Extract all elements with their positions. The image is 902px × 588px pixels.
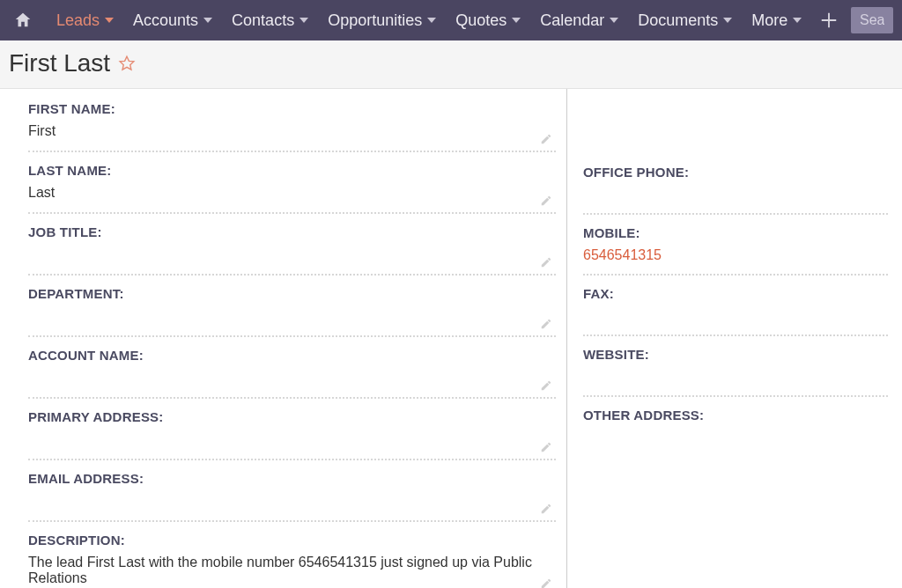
field-label: WEBSITE: [583, 347, 888, 362]
nav-item-documents[interactable]: Documents [638, 11, 732, 30]
chevron-down-icon [105, 18, 114, 23]
chevron-down-icon [512, 18, 521, 23]
pencil-icon[interactable] [540, 503, 552, 515]
nav-label: Contacts [232, 11, 294, 30]
field-primary-address: PRIMARY ADDRESS: [28, 409, 556, 460]
nav-item-leads[interactable]: Leads [56, 11, 114, 30]
pencil-icon[interactable] [540, 195, 552, 207]
nav-right [819, 7, 893, 33]
field-value [28, 370, 556, 387]
nav-item-accounts[interactable]: Accounts [133, 11, 212, 30]
plus-icon[interactable] [819, 11, 839, 30]
field-description: DESCRIPTION: The lead First Last with th… [28, 533, 556, 588]
field-website: WEBSITE: [583, 347, 888, 397]
field-job-title: JOB TITLE: [28, 224, 556, 276]
field-value[interactable]: 6546541315 [583, 247, 888, 265]
nav-item-opportunities[interactable]: Opportunities [328, 11, 436, 30]
nav-label: More [751, 11, 787, 30]
field-label: ACCOUNT NAME: [28, 348, 556, 363]
field-label: JOB TITLE: [28, 224, 556, 239]
chevron-down-icon [723, 18, 732, 23]
nav-label: Calendar [540, 11, 604, 30]
field-other-address: OTHER ADDRESS: [583, 408, 888, 456]
field-label: FAX: [583, 286, 888, 301]
field-value: First [28, 123, 556, 141]
field-label: LAST NAME: [28, 163, 556, 178]
field-label: PRIMARY ADDRESS: [28, 409, 556, 424]
detail-column-right: OFFICE PHONE: MOBILE: 6546541315 FAX: WE… [567, 89, 898, 588]
nav-item-contacts[interactable]: Contacts [232, 11, 308, 30]
pencil-icon[interactable] [540, 577, 552, 588]
field-value: The lead First Last with the mobile numb… [28, 555, 556, 586]
pencil-icon[interactable] [540, 133, 552, 145]
nav-label: Accounts [133, 11, 198, 30]
field-label: MOBILE: [583, 225, 888, 240]
field-label: DEPARTMENT: [28, 286, 556, 301]
field-value [28, 308, 556, 326]
home-icon[interactable] [12, 10, 33, 31]
field-fax: FAX: [583, 286, 888, 336]
field-email-address: EMAIL ADDRESS: [28, 471, 556, 522]
field-value [583, 308, 888, 326]
chevron-down-icon [203, 18, 212, 23]
field-value [28, 493, 556, 511]
detail-area: FIRST NAME: First LAST NAME: Last JOB TI… [0, 89, 902, 588]
nav-label: Leads [56, 11, 100, 30]
field-value: Last [28, 185, 556, 202]
favorite-star-icon[interactable] [117, 54, 137, 73]
search-input[interactable] [851, 7, 893, 33]
chevron-down-icon [299, 18, 308, 23]
field-label: OTHER ADDRESS: [583, 408, 888, 423]
chevron-down-icon [427, 18, 436, 23]
nav-item-quotes[interactable]: Quotes [455, 11, 521, 30]
field-mobile: MOBILE: 6546541315 [583, 225, 888, 276]
field-label: OFFICE PHONE: [583, 165, 888, 180]
field-value [583, 369, 888, 386]
chevron-down-icon [793, 18, 802, 23]
pencil-icon[interactable] [540, 441, 552, 453]
pencil-icon[interactable] [540, 256, 552, 268]
nav-label: Documents [638, 11, 718, 30]
field-value [583, 430, 888, 447]
chevron-down-icon [610, 18, 618, 23]
nav-label: Opportunities [328, 11, 422, 30]
page-title: First Last [9, 49, 110, 77]
nav-items: Leads Accounts Contacts Opportunities Qu… [56, 11, 819, 30]
field-label: EMAIL ADDRESS: [28, 471, 556, 486]
pencil-icon[interactable] [540, 379, 552, 392]
field-label: DESCRIPTION: [28, 533, 556, 548]
field-last-name: LAST NAME: Last [28, 163, 556, 214]
page-header: First Last [0, 40, 902, 89]
field-label: FIRST NAME: [28, 101, 556, 116]
field-first-name: FIRST NAME: First [28, 101, 556, 152]
field-department: DEPARTMENT: [28, 286, 556, 337]
nav-item-more[interactable]: More [751, 11, 802, 30]
field-value [28, 431, 556, 449]
field-value [583, 187, 888, 204]
field-value [28, 246, 556, 264]
top-navbar: Leads Accounts Contacts Opportunities Qu… [0, 0, 902, 40]
nav-label: Quotes [455, 11, 506, 30]
detail-column-left: FIRST NAME: First LAST NAME: Last JOB TI… [4, 89, 567, 588]
field-office-phone: OFFICE PHONE: [583, 165, 888, 215]
nav-item-calendar[interactable]: Calendar [540, 11, 618, 30]
pencil-icon[interactable] [540, 318, 552, 330]
field-account-name: ACCOUNT NAME: [28, 348, 556, 399]
